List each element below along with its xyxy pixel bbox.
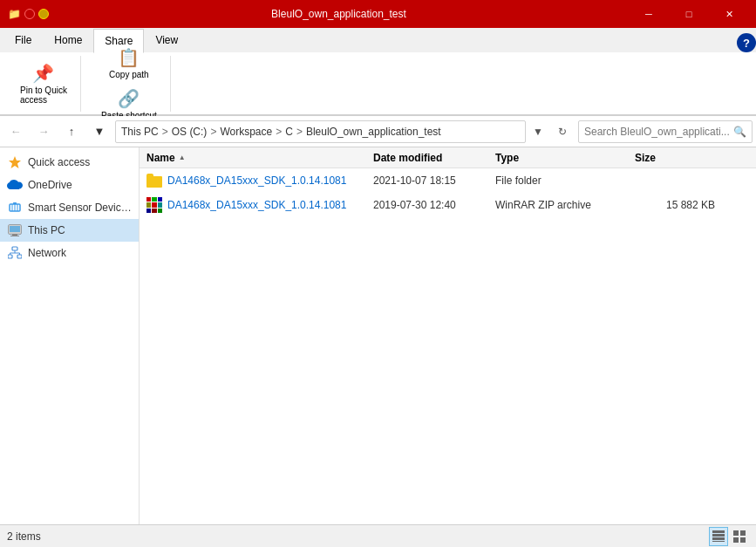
svg-rect-25	[740, 537, 746, 543]
sidebar-item-quick-access[interactable]: Quick access	[0, 151, 139, 174]
sidebar-item-this-pc[interactable]: This PC	[0, 219, 139, 242]
address-bar: ← → ↑ ▼ This PC > OS (C:) > Workspace > …	[0, 116, 756, 147]
onedrive-label: OneDrive	[28, 179, 72, 191]
item-count: 2 items	[7, 530, 41, 543]
maximize-button[interactable]: □	[669, 0, 709, 28]
minimize-button[interactable]: ─	[629, 0, 669, 28]
forward-button[interactable]: →	[31, 120, 56, 144]
col-date-header[interactable]: Date modified	[370, 152, 492, 164]
svg-rect-10	[10, 236, 19, 236]
pin-label: Pin to Quickaccess	[20, 85, 67, 105]
svg-rect-19	[712, 534, 725, 537]
svg-rect-9	[12, 234, 17, 236]
cloud-icon	[7, 177, 23, 193]
address-path[interactable]: This PC > OS (C:) > Workspace > C > Bleu…	[115, 120, 526, 143]
sidebar-item-smart-sensor[interactable]: Smart Sensor Devices	[0, 196, 139, 219]
details-icon	[712, 530, 725, 543]
sep-4: >	[296, 126, 303, 138]
file-label-2: DA1468x_DA15xxx_SDK_1.0.14.1081	[167, 199, 346, 211]
folder-icon	[146, 174, 162, 188]
file-name-1: DA1468x_DA15xxx_SDK_1.0.14.1081	[143, 174, 370, 188]
view-buttons	[709, 527, 749, 546]
network-icon	[7, 245, 23, 261]
col-size-header[interactable]: Size	[631, 152, 719, 164]
breadcrumb-os-c[interactable]: OS (C:)	[172, 126, 208, 138]
up-button[interactable]: ↑	[59, 120, 84, 144]
title-bar-icon-2[interactable]	[38, 9, 49, 19]
app-icon: 📁	[7, 7, 21, 21]
large-icons-button[interactable]	[730, 527, 749, 546]
sidebar: Quick access OneDrive Smart Sensor Devic…	[0, 147, 140, 524]
sep-3: >	[276, 126, 282, 138]
svg-rect-13	[17, 255, 22, 258]
svg-rect-24	[733, 537, 739, 543]
this-pc-icon	[7, 222, 23, 238]
window-controls: ─ □ ✕	[629, 0, 749, 28]
sort-arrow-name: ▲	[179, 154, 186, 161]
window-title: BleulO_own_application_test	[49, 8, 629, 20]
svg-rect-8	[10, 226, 20, 232]
quick-access-label: Quick access	[28, 156, 90, 168]
this-pc-label: This PC	[28, 224, 65, 236]
smart-sensor-label: Smart Sensor Devices	[28, 202, 132, 214]
table-row[interactable]: DA1468x_DA15xxx_SDK_1.0.14.1081 2019-07-…	[140, 193, 756, 217]
ribbon-content: 📌 Pin to Quickaccess 📋 Copy path 🔗 Paste…	[0, 52, 756, 115]
recent-button[interactable]: ▼	[87, 120, 112, 144]
tab-file[interactable]: File	[3, 28, 43, 52]
file-name-2: DA1468x_DA15xxx_SDK_1.0.14.1081	[143, 197, 370, 213]
close-button[interactable]: ✕	[709, 0, 749, 28]
network-label: Network	[28, 247, 66, 259]
paste-shortcut-icon: 🔗	[118, 88, 140, 109]
file-date-2: 2019-07-30 12:40	[370, 199, 492, 211]
title-bar-icons: 📁	[7, 7, 49, 21]
search-icon: 🔍	[733, 126, 746, 138]
svg-rect-23	[740, 530, 746, 536]
details-view-button[interactable]	[709, 527, 728, 546]
ribbon-group-nav: 📌 Pin to Quickaccess	[7, 56, 81, 112]
star-icon	[7, 154, 23, 170]
svg-rect-12	[8, 255, 12, 258]
ribbon: File Home Share View ? 📌 Pin to Quickacc…	[0, 28, 756, 116]
help-button[interactable]: ?	[737, 33, 756, 52]
winrar-icon	[146, 197, 162, 213]
copy-path-label: Copy path	[109, 70, 149, 79]
col-type-header[interactable]: Type	[492, 152, 631, 164]
col-name-header[interactable]: Name ▲	[143, 152, 370, 164]
file-size-2: 15 882 KB	[631, 199, 719, 211]
svg-rect-20	[712, 537, 725, 540]
copy-path-icon: 📋	[118, 47, 140, 68]
file-area: Name ▲ Date modified Type Size DA1468x_D…	[140, 147, 756, 524]
breadcrumb-current: BleulO_own_application_test	[306, 126, 441, 138]
svg-rect-22	[733, 530, 739, 536]
svg-rect-11	[12, 247, 17, 250]
title-bar-icon-1[interactable]	[24, 9, 35, 19]
ribbon-btn-copy-path[interactable]: 📋 Copy path	[103, 44, 155, 82]
breadcrumb-this-pc[interactable]: This PC	[121, 126, 159, 138]
main-area: Quick access OneDrive Smart Sensor Devic…	[0, 147, 756, 524]
file-list: DA1468x_DA15xxx_SDK_1.0.14.1081 2021-10-…	[140, 168, 756, 524]
sidebar-item-onedrive[interactable]: OneDrive	[0, 174, 139, 196]
sep-1: >	[162, 126, 168, 138]
breadcrumb-workspace[interactable]: Workspace	[220, 126, 272, 138]
search-box[interactable]: 🔍	[578, 120, 753, 143]
ribbon-btn-pin[interactable]: 📌 Pin to Quickaccess	[14, 60, 73, 107]
breadcrumb-c[interactable]: C	[285, 126, 293, 138]
smart-sensor-icon	[7, 200, 23, 215]
svg-rect-21	[712, 541, 725, 542]
back-button[interactable]: ←	[3, 120, 28, 144]
sidebar-item-network[interactable]: Network	[0, 242, 139, 264]
address-dropdown[interactable]: ▼	[529, 120, 547, 143]
large-icons-icon	[733, 530, 746, 543]
ribbon-group-copy: 📋 Copy path 🔗 Paste shortcut	[88, 56, 171, 112]
refresh-button[interactable]: ↻	[550, 120, 575, 144]
svg-rect-5	[13, 202, 17, 204]
column-header: Name ▲ Date modified Type Size	[140, 147, 756, 168]
search-input[interactable]	[584, 126, 730, 138]
tab-home[interactable]: Home	[43, 28, 93, 52]
title-bar: 📁 BleulO_own_application_test ─ □ ✕	[0, 0, 756, 28]
table-row[interactable]: DA1468x_DA15xxx_SDK_1.0.14.1081 2021-10-…	[140, 168, 756, 193]
svg-marker-0	[9, 156, 21, 168]
status-bar: 2 items	[0, 524, 756, 547]
sep-2: >	[210, 126, 216, 138]
file-type-2: WinRAR ZIP archive	[492, 199, 631, 211]
